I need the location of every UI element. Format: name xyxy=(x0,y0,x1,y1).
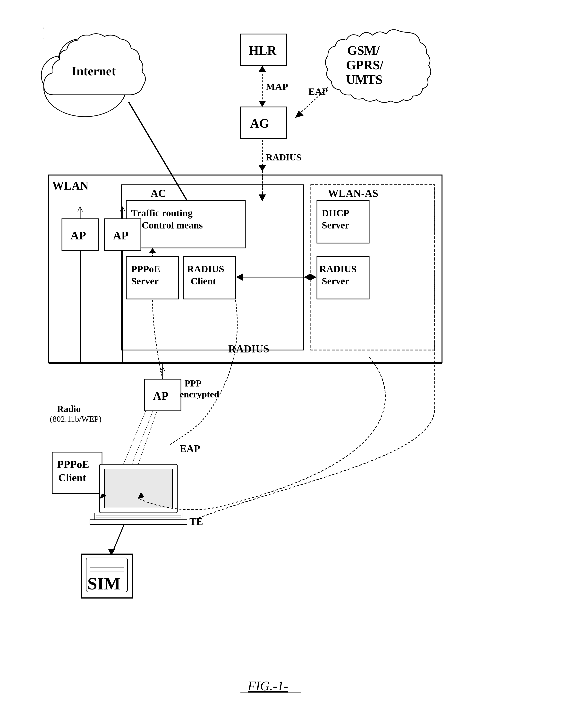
svg-marker-14 xyxy=(259,66,266,72)
internet-label: Internet xyxy=(72,64,116,78)
fig-label: FIG.-1- xyxy=(247,679,288,693)
radius-server-label-1: RADIUS xyxy=(319,263,357,275)
ac-label: AC xyxy=(150,187,166,199)
ap3-label: AP xyxy=(153,389,169,402)
laptop-sim-arrow xyxy=(108,525,124,555)
pppoe-server-label-2: Server xyxy=(131,276,159,287)
radius-label-top: RADIUS xyxy=(266,152,301,162)
radius-client-box: RADIUS Client xyxy=(183,256,236,299)
pppoe-server-label-1: PPPoE xyxy=(131,263,160,275)
ag-label: AG xyxy=(250,116,269,130)
eap-label-1: EAP xyxy=(308,86,328,97)
hlr-label: HLR xyxy=(249,44,277,57)
wlan-as-label: WLAN-AS xyxy=(328,187,378,199)
svg-rect-58 xyxy=(95,513,182,520)
dhcp-server-label-1: DHCP xyxy=(322,208,349,218)
eap-arrow-gsm: EAP xyxy=(295,86,328,118)
pppoe-client-box: PPPoE Client xyxy=(52,452,102,493)
sim-box: SIM SIM xyxy=(81,554,132,598)
ppp-encrypted-label-2: encrypted xyxy=(180,389,219,399)
radius-client-label-2: Client xyxy=(191,276,216,287)
ppp-encrypted-label-1: PPP xyxy=(185,378,201,388)
radius-label-1: RADIUS xyxy=(259,140,301,172)
radius-server-label-2: Server xyxy=(322,276,349,287)
dhcp-server-box: DHCP Server xyxy=(317,201,369,243)
hlr-box: HLR xyxy=(241,34,286,66)
svg-marker-15 xyxy=(259,101,266,107)
radio-label-2: (802.11b/WEP) xyxy=(50,414,102,424)
traffic-routing-label-line2: & Control means xyxy=(131,220,203,231)
pppoe-client-label-2: Client xyxy=(58,472,86,484)
radius-server-box: RADIUS Server xyxy=(317,256,369,299)
umts-label: UMTS xyxy=(346,73,383,86)
diagram-container: · · Internet GSM/ GPRS/ UMTS xyxy=(29,20,549,700)
svg-rect-61 xyxy=(90,520,187,524)
gprs-label: GPRS/ xyxy=(346,58,383,72)
map-arrow: MAP xyxy=(259,66,288,107)
svg-text:SIM: SIM xyxy=(87,574,120,593)
pppoe-client-label-1: PPPoE xyxy=(57,459,89,470)
wlan-label: WLAN xyxy=(52,179,89,192)
traffic-routing-label-line1: Traffic routing xyxy=(131,208,193,218)
pppoe-server-box: PPPoE Server xyxy=(126,256,178,299)
gsm-label: GSM/ xyxy=(347,44,380,57)
radius-client-label-1: RADIUS xyxy=(187,263,224,275)
svg-text:·: · xyxy=(43,35,44,43)
map-label: MAP xyxy=(266,81,288,92)
ap3-box: AP xyxy=(144,363,181,411)
svg-line-54 xyxy=(136,412,157,470)
svg-text:·: · xyxy=(43,24,44,32)
ap1-label: AP xyxy=(71,229,86,242)
radius-label-bottom: RADIUS xyxy=(228,343,269,355)
radio-label-1: Radio xyxy=(57,404,81,414)
traffic-routing-box: Traffic routing & Control means xyxy=(126,201,245,248)
svg-marker-17 xyxy=(295,111,304,118)
te-label: TE xyxy=(189,516,203,527)
laptop-te: TE xyxy=(90,464,203,527)
ap2-label: AP xyxy=(113,229,129,242)
dhcp-server-label-2: Server xyxy=(322,220,349,231)
svg-rect-57 xyxy=(104,469,172,508)
ag-box: AG xyxy=(241,107,286,138)
gsm-cloud: GSM/ GPRS/ UMTS xyxy=(325,30,431,102)
eap-label-2: EAP xyxy=(180,443,200,454)
